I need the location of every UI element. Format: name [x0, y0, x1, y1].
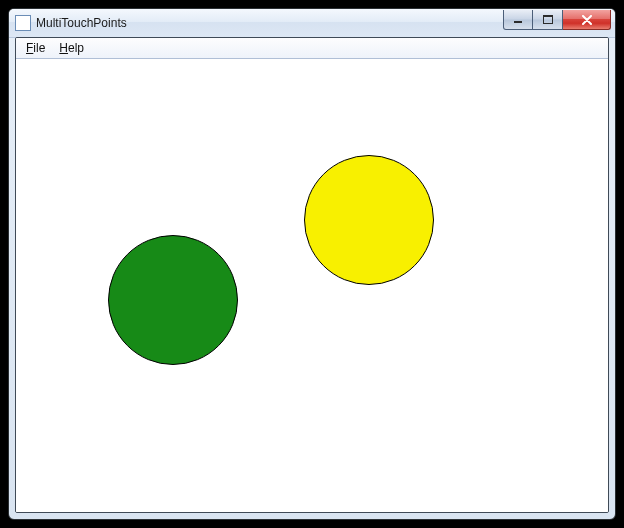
- svg-rect-2: [543, 15, 553, 17]
- app-icon: [15, 15, 31, 31]
- close-icon: [581, 15, 593, 25]
- minimize-icon: [513, 16, 523, 24]
- maximize-icon: [543, 15, 553, 24]
- application-window: MultiTouchPoints File Help: [8, 8, 616, 520]
- client-frame: File Help: [15, 37, 609, 513]
- touch-point[interactable]: [304, 155, 434, 285]
- window-title: MultiTouchPoints: [36, 16, 503, 30]
- canvas-surface[interactable]: [16, 59, 608, 512]
- touch-point[interactable]: [108, 235, 238, 365]
- maximize-button[interactable]: [533, 10, 563, 30]
- minimize-button[interactable]: [503, 10, 533, 30]
- close-button[interactable]: [563, 10, 611, 30]
- titlebar[interactable]: MultiTouchPoints: [9, 9, 615, 38]
- svg-rect-0: [514, 21, 522, 23]
- menu-help[interactable]: Help: [53, 40, 90, 56]
- window-controls: [503, 10, 611, 30]
- menu-file[interactable]: File: [20, 40, 51, 56]
- menubar: File Help: [16, 38, 608, 59]
